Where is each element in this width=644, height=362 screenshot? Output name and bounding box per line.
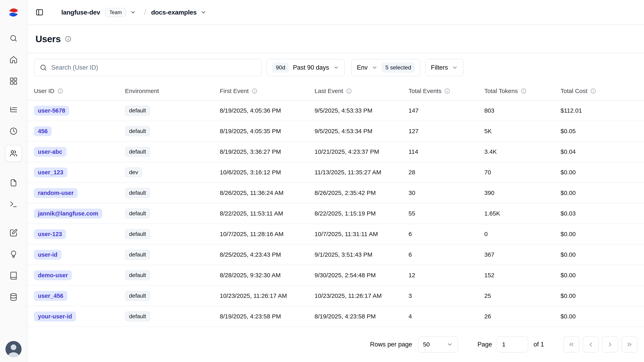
pager (563, 336, 638, 352)
users-table: User ID Environment First Event Last Eve… (28, 82, 644, 362)
next-page-button[interactable] (602, 336, 618, 352)
total-events-cell: 30 (402, 189, 478, 196)
langfuse-logo[interactable] (0, 0, 27, 25)
table-row[interactable]: your-user-id default 8/19/2025, 4:23:58 … (28, 306, 644, 327)
total-tokens-cell: 5K (478, 128, 554, 135)
user-id-badge[interactable]: user_456 (34, 291, 67, 301)
env-filter-select[interactable]: Env 5 selected (351, 59, 420, 76)
column-header[interactable]: Total Tokens (478, 88, 554, 94)
column-header[interactable]: Last Event (308, 88, 402, 94)
table-row[interactable]: 456 default 8/19/2025, 4:05:35 PM 9/5/20… (28, 121, 644, 142)
sidebar-item-users[interactable] (5, 145, 22, 162)
user-id-badge[interactable]: user_123 (34, 167, 67, 177)
column-header[interactable]: Environment (118, 88, 213, 94)
rows-per-page-label: Rows per page (370, 341, 412, 348)
total-cost-cell: $0.00 (554, 231, 644, 237)
column-header[interactable]: Total Events (402, 88, 478, 94)
last-event-cell: 8/22/2025, 1:15:19 PM (308, 210, 402, 217)
column-header[interactable]: User ID (28, 88, 118, 94)
search-input[interactable] (51, 64, 256, 71)
env-selected-badge: 5 selected (382, 63, 415, 73)
sidebar (0, 0, 28, 362)
total-tokens-cell: 25 (478, 292, 554, 299)
user-id-badge[interactable]: user-id (34, 250, 62, 260)
sidebar-item-dashboards[interactable] (6, 74, 21, 89)
sidebar-item-sessions[interactable] (6, 124, 21, 139)
column-header[interactable]: Total Cost (554, 88, 644, 94)
date-range-select[interactable]: 90d Past 90 days (266, 59, 345, 76)
environment-badge: dev (125, 167, 142, 177)
user-id-badge[interactable]: demo-user (34, 270, 72, 280)
sidebar-item-evaluations[interactable] (6, 225, 21, 240)
user-id-badge[interactable]: user-123 (34, 229, 66, 239)
user-avatar[interactable] (6, 341, 22, 357)
sidebar-item-datasets[interactable] (6, 289, 21, 305)
environment-badge: default (125, 311, 150, 321)
user-id-badge[interactable]: user-abc (34, 147, 66, 157)
table-row[interactable]: user-id default 8/25/2025, 4:23:43 PM 9/… (28, 245, 644, 265)
table-row[interactable]: demo-user default 8/28/2025, 9:32:30 AM … (28, 265, 644, 286)
user-id-badge[interactable]: your-user-id (34, 311, 76, 321)
table-row[interactable]: user-123 default 10/7/2025, 11:28:16 AM … (28, 224, 644, 245)
sidebar-item-home[interactable] (6, 52, 21, 67)
total-events-cell: 3 (402, 292, 478, 299)
table-row[interactable]: user_456 default 10/23/2025, 11:26:17 AM… (28, 286, 644, 306)
table-body: user-5678 default 8/19/2025, 4:05:36 PM … (28, 101, 644, 327)
last-event-cell: 9/30/2025, 2:54:48 PM (308, 272, 402, 279)
book-icon (9, 271, 18, 280)
org-switcher-button[interactable] (129, 8, 138, 17)
org-name[interactable]: langfuse-dev (61, 9, 100, 16)
column-header[interactable]: First Event (213, 88, 308, 94)
column-label: First Event (220, 88, 248, 94)
filters-button[interactable]: Filters (425, 59, 464, 76)
previous-page-button[interactable] (583, 336, 599, 352)
environment-badge: default (125, 147, 150, 157)
table-row[interactable]: user_123 dev 10/6/2025, 3:16:12 PM 11/13… (28, 162, 644, 183)
sidebar-item-search[interactable] (6, 31, 21, 46)
first-event-cell: 8/22/2025, 11:53:11 AM (213, 210, 308, 217)
table-row[interactable]: random-user default 8/26/2025, 11:36:24 … (28, 183, 644, 203)
sidebar-item-insights[interactable] (6, 247, 21, 262)
chevrons-right-icon (626, 341, 633, 348)
environment-badge: default (125, 229, 150, 239)
sidebar-item-tracing[interactable] (6, 102, 21, 117)
first-event-cell: 8/28/2025, 9:32:30 AM (213, 272, 308, 279)
last-event-cell: 8/26/2025, 2:35:42 PM (308, 189, 402, 196)
rows-per-page-select[interactable]: 50 (418, 336, 458, 352)
user-id-badge[interactable]: jannik@langfuse.com (34, 209, 102, 219)
column-label: Total Cost (560, 88, 587, 94)
square-pen-icon (9, 229, 18, 237)
total-cost-cell: $0.05 (554, 128, 644, 135)
first-event-cell: 10/23/2025, 11:26:17 AM (213, 292, 308, 299)
terminal-icon (9, 200, 18, 208)
last-event-cell: 9/5/2025, 4:53:33 PM (308, 107, 402, 114)
project-name[interactable]: docs-examples (151, 9, 196, 16)
lightbulb-icon (9, 250, 18, 258)
page-number-input[interactable] (497, 336, 528, 352)
user-id-badge[interactable]: 456 (34, 126, 52, 136)
total-events-cell: 28 (402, 169, 478, 176)
user-id-badge[interactable]: user-5678 (34, 106, 69, 116)
column-label: Environment (125, 88, 159, 94)
table-row[interactable]: jannik@langfuse.com default 8/22/2025, 1… (28, 203, 644, 224)
total-tokens-cell: 390 (478, 189, 554, 196)
main-content: langfuse-dev Team / docs-examples Users … (28, 0, 644, 362)
table-row[interactable]: user-abc default 8/19/2025, 3:36:27 PM 1… (28, 142, 644, 162)
total-events-cell: 55 (402, 210, 478, 217)
page-total-label: of 1 (534, 341, 544, 348)
user-id-badge[interactable]: random-user (34, 188, 78, 198)
sidebar-item-playground[interactable] (6, 197, 21, 212)
chevron-down-icon (130, 9, 136, 15)
total-tokens-cell: 1.65K (478, 210, 554, 217)
layout-grid-icon (9, 77, 18, 85)
table-row[interactable]: user-5678 default 8/19/2025, 4:05:36 PM … (28, 101, 644, 121)
sidebar-item-docs[interactable] (6, 268, 21, 283)
sidebar-item-prompts[interactable] (6, 175, 21, 190)
total-tokens-cell: 26 (478, 313, 554, 320)
sidebar-toggle-button[interactable] (34, 7, 45, 18)
last-page-button[interactable] (622, 336, 638, 352)
project-switcher-button[interactable] (199, 8, 208, 17)
filters-label: Filters (431, 64, 448, 71)
first-page-button[interactable] (563, 336, 580, 352)
first-event-cell: 8/19/2025, 4:05:36 PM (213, 107, 308, 114)
